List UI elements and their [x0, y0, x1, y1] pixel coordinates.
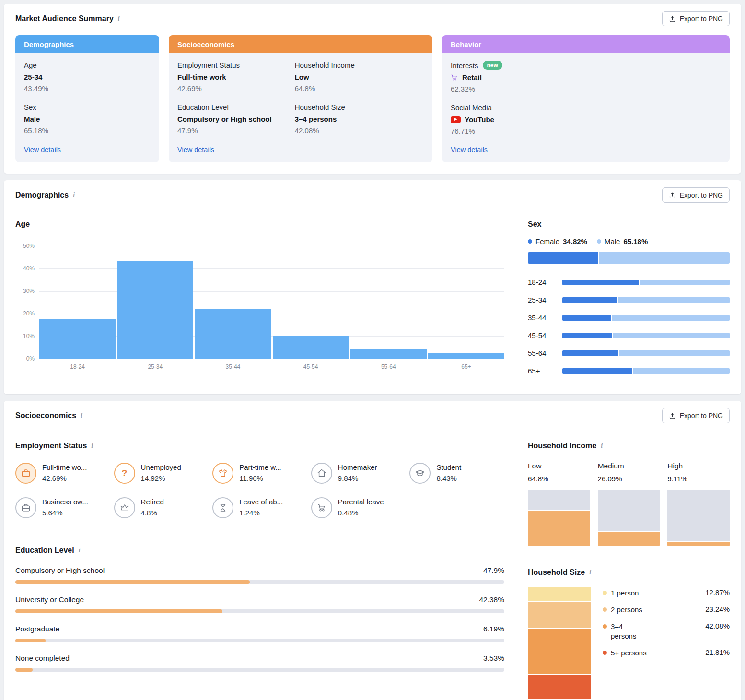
education-percent: 42.38% [479, 595, 504, 604]
income-item-low: Low64.8% [528, 462, 590, 546]
sex-total-segment-female [528, 252, 598, 264]
summary-stat-value: Retail [451, 73, 502, 82]
sex-row-label: 45-54 [528, 331, 562, 339]
demographics-body: Age 0%10%20%30%40%50% 18-2425-3435-4445-… [4, 210, 741, 394]
age-bar-18-24 [39, 319, 116, 359]
summary-card-header: Demographics [15, 35, 159, 53]
education-bar-track [15, 609, 504, 613]
income-chart-fill [598, 531, 660, 546]
summary-stat-label: Employment Status [177, 61, 272, 69]
household-income-title: Household Income [528, 442, 730, 450]
view-details-link[interactable]: View details [24, 146, 151, 153]
demographics-section: Demographics Export to PNG Age 0%10%20%3… [4, 180, 741, 394]
employment-item: Leave of ab...1.24% [212, 497, 307, 518]
x-tick-label: 65+ [428, 363, 504, 370]
education-level-rows: Compulsory or High school47.9%University… [15, 566, 504, 672]
x-tick-label: 18-24 [39, 363, 116, 370]
sex-row-bar [562, 297, 730, 303]
education-percent: 3.53% [483, 654, 504, 663]
sex-segment-male [619, 350, 730, 356]
demographics-title-text: Demographics [15, 191, 69, 199]
summary-stat-percent: 76.71% [451, 127, 502, 135]
sex-row-label: 35-44 [528, 314, 562, 322]
export-png-button[interactable]: Export to PNG [662, 11, 730, 26]
employment-item-percent: 8.43% [436, 474, 461, 482]
employment-item: ?Unemployed14.92% [114, 463, 209, 484]
sex-row-45-54: 45-54 [528, 331, 730, 339]
legend-dot [528, 239, 532, 244]
income-chart-fill [667, 541, 730, 546]
household-size-legend-item: 2 persons23.24% [603, 605, 730, 615]
income-item-high: High9.11% [667, 462, 730, 546]
sex-row-label: 55-64 [528, 349, 562, 357]
summary-stat-percent: 43.49% [24, 84, 48, 93]
household-size-chart: 1 person12.87%2 persons23.24%3–4 persons… [528, 587, 730, 699]
summary-stat-value: Compulsory or High school [177, 115, 272, 123]
age-bar-35-44 [195, 309, 271, 359]
info-icon[interactable] [589, 569, 591, 576]
export-icon [669, 412, 676, 420]
tshirt-icon [212, 463, 233, 484]
hourglass-icon [212, 497, 233, 518]
info-icon[interactable] [118, 15, 120, 23]
summary-stat-label: Interestsnew [451, 61, 502, 70]
summary-stat: Education LevelCompulsory or High school… [177, 103, 272, 135]
sex-row-55-64: 55-64 [528, 349, 730, 357]
info-icon[interactable] [79, 547, 81, 554]
employment-item-percent: 11.96% [239, 474, 281, 482]
export-png-button[interactable]: Export to PNG [662, 187, 730, 203]
age-bar-55-64 [350, 349, 427, 359]
employment-item-percent: 14.92% [141, 474, 181, 482]
education-label: None completed [15, 654, 70, 663]
sex-row-35-44: 35-44 [528, 314, 730, 322]
view-details-link[interactable]: View details [177, 146, 424, 153]
household-size-label: 2 persons [611, 605, 642, 615]
education-label: Postgraduate [15, 625, 59, 633]
household-income-charts: Low64.8%Medium26.09%High9.11% [528, 462, 730, 546]
info-icon[interactable] [73, 191, 75, 199]
summary-stat-value: Low [295, 73, 355, 81]
info-icon[interactable] [81, 412, 82, 420]
age-bar-25-34 [117, 261, 193, 359]
socioeconomics-header: Socioeconomics Export to PNG [4, 401, 741, 431]
sex-segment-male [640, 280, 730, 285]
employment-item: Homemaker9.84% [311, 463, 406, 484]
view-details-link[interactable]: View details [451, 146, 721, 153]
education-bar-track [15, 639, 504, 642]
employment-item-name: Retired [141, 497, 164, 506]
y-tick-label: 50% [15, 243, 35, 249]
info-icon[interactable] [601, 442, 603, 450]
summary-title-text: Market Audience Summary [15, 14, 114, 23]
summary-stat-label: Age [24, 61, 48, 69]
sex-row-label: 18-24 [528, 278, 562, 286]
household-size-segment [528, 587, 591, 601]
export-png-button[interactable]: Export to PNG [662, 408, 730, 423]
employment-item: Business ow...5.64% [15, 497, 110, 518]
employment-item-name: Unemployed [141, 463, 181, 471]
legend-dot [603, 651, 607, 655]
sex-legend-item: Female 34.82% [528, 237, 587, 245]
summary-stat-value: 25-34 [24, 73, 48, 81]
employment-item-name: Homemaker [338, 463, 377, 471]
legend-dot [603, 591, 607, 595]
education-percent: 6.19% [483, 625, 504, 633]
education-bar-fill [15, 639, 46, 642]
summary-stat-percent: 42.08% [295, 127, 355, 135]
sex-row-18-24: 18-24 [528, 278, 730, 286]
summary-stat-percent: 42.69% [177, 84, 272, 93]
sex-segment-female [562, 315, 611, 321]
summary-stat-value: 3–4 persons [295, 115, 355, 123]
age-bars [39, 246, 504, 359]
employment-item-name: Part-time w... [239, 463, 281, 471]
summary-card-behavior: BehaviorInterestsnewRetail62.32%Social M… [442, 35, 730, 162]
summary-card-column: Age25-3443.49%SexMale65.18% [24, 61, 48, 145]
retail-cart-icon [451, 74, 458, 82]
summary-stat-percent: 62.32% [451, 85, 502, 93]
sex-legend: Female 34.82%Male 65.18% [528, 237, 730, 245]
education-row: Postgraduate6.19% [15, 625, 504, 642]
sex-total-segment-male [599, 252, 730, 264]
sex-total-bar [528, 252, 730, 264]
sex-segment-male [618, 297, 730, 303]
info-icon[interactable] [91, 442, 93, 450]
age-chart-x-axis: 18-2425-3435-4445-5455-6465+ [39, 363, 504, 370]
